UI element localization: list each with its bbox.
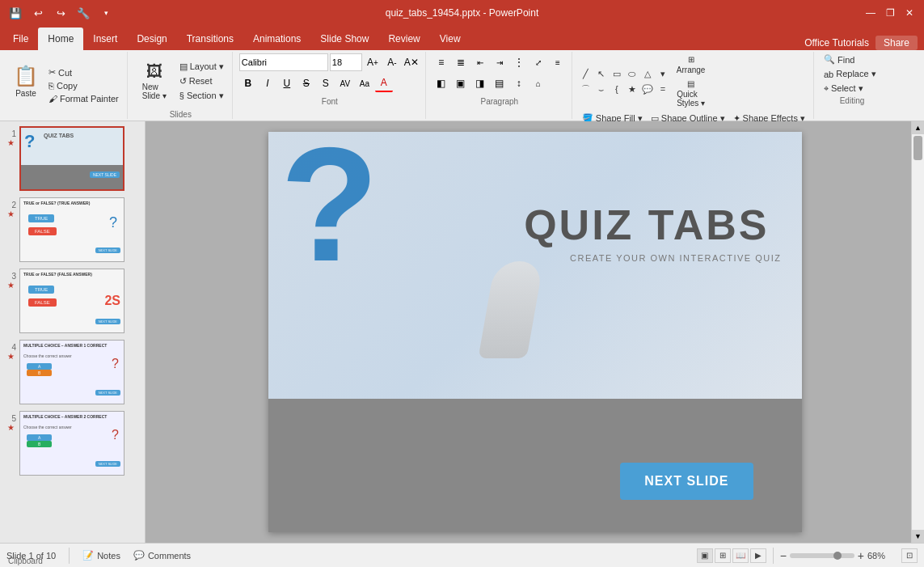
select-button[interactable]: ⌖Select ▾ [821,83,884,95]
tab-animations[interactable]: Animations [243,28,310,50]
decrease-font-button[interactable]: A- [383,53,401,71]
shape-rect[interactable]: ▭ [610,66,624,81]
shape-eq[interactable]: = [656,82,670,96]
paste-button[interactable]: 📋 Paste [8,53,44,108]
reset-button[interactable]: ↺Reset [176,75,227,87]
shape-line[interactable]: ╱ [579,66,593,81]
shape-more[interactable]: ▾ [656,66,670,81]
shape-triangle[interactable]: △ [640,66,655,81]
redo-icon[interactable]: ↪ [52,4,70,22]
dec-indent-button[interactable]: ⇤ [471,53,489,71]
canvas-scroll-up[interactable]: ▲ [912,121,924,134]
arrange-button[interactable]: ⊞ Arrange [675,53,707,76]
restore-button[interactable]: ❐ [882,5,898,21]
notes-button[interactable]: 📝 Notes [82,550,120,561]
slideshow-button[interactable]: ▶ [750,548,766,563]
zoom-thumb[interactable] [833,552,842,560]
slide-thumb-2[interactable]: 2 ★ TRUE or FALSE? (TRUE ANSWER) TRUE FA… [3,196,141,264]
normal-view-button[interactable]: ▣ [697,548,713,563]
comments-button[interactable]: 💬 Comments [133,550,191,561]
increase-font-button[interactable]: A+ [364,53,382,71]
font-name-input[interactable] [239,53,328,71]
tab-slideshow[interactable]: Slide Show [310,28,378,50]
line-spacing-button[interactable]: ↕ [510,74,528,92]
clipboard-group: 📋 Paste ✂Cut ⎘Copy 🖌Format Painter Clipb… [3,52,128,119]
format-painter-button[interactable]: 🖌Format Painter [45,93,122,104]
arrange-icon: ⊞ [688,55,694,64]
reset-icon: ↺ [179,76,187,87]
slide-sorter-button[interactable]: ⊞ [715,548,731,563]
font-format-row: B I U S S AV Aa A [239,74,420,92]
tab-insert[interactable]: Insert [83,28,127,50]
text-shadow-button[interactable]: S [317,74,335,92]
bullet-list-button[interactable]: ≡ [432,53,450,71]
italic-button[interactable]: I [259,74,276,92]
section-button[interactable]: §Section ▾ [176,90,227,102]
align-left-button[interactable]: ◧ [432,74,450,92]
font-color-button[interactable]: A [375,74,393,92]
view-buttons: ▣ ⊞ 📖 ▶ [697,548,766,563]
text-direction-button[interactable]: ⤢ [530,53,547,71]
reading-view-button[interactable]: 📖 [732,548,749,563]
minimize-button[interactable]: — [863,5,879,21]
zoom-out-button[interactable]: − [780,549,787,562]
zoom-level[interactable]: 68% [867,551,892,561]
shape-freeform[interactable]: ⌣ [594,82,609,96]
bold-button[interactable]: B [239,74,257,92]
replace-button[interactable]: abReplace ▾ [821,68,884,80]
canvas-scroll-down[interactable]: ▼ [912,530,924,543]
office-tutorials-link[interactable]: Office Tutorials [804,37,869,49]
shape-bracket[interactable]: { [610,82,624,96]
numbered-list-button[interactable]: ≣ [452,53,470,71]
strikethrough-button[interactable]: S [297,74,315,92]
canvas-scroll-thumb[interactable] [913,136,922,160]
underline-button[interactable]: U [278,74,296,92]
tab-view[interactable]: View [430,28,470,50]
fit-slide-button[interactable]: ⊡ [901,548,918,563]
find-button[interactable]: 🔍Find [821,53,884,66]
justify-button[interactable]: ▤ [491,74,508,92]
layout-button[interactable]: ▤Layout ▾ [176,61,227,73]
inc-indent-button[interactable]: ⇥ [491,53,508,71]
clear-format-button[interactable]: A✕ [403,53,420,71]
share-button[interactable]: Share [875,36,918,50]
zoom-slider[interactable] [790,553,854,558]
slide-thumbnail-2: TRUE or FALSE? (TRUE ANSWER) TRUE FALSE … [19,197,124,262]
shape-curve[interactable]: ⌒ [579,82,593,96]
slide-thumb-4[interactable]: 4 ★ MULTIPLE CHOICE – ANSWER 1 CORRECT C… [3,338,141,406]
smart-art-button[interactable]: ⌂ [530,74,547,92]
shape-arrow[interactable]: ↖ [594,66,609,81]
dropdown-icon[interactable]: ▾ [97,4,115,22]
shape-callout[interactable]: 💬 [640,82,655,96]
change-case-button[interactable]: Aa [356,74,373,92]
align-right-button[interactable]: ◨ [471,74,489,92]
editing-label: Editing [821,95,884,107]
close-button[interactable]: ✕ [901,5,918,21]
copy-button[interactable]: ⎘Copy [45,80,122,91]
new-slide-button[interactable]: 🖼 NewSlide ▾ [134,53,175,108]
shape-oval[interactable]: ⬭ [625,66,639,81]
slide-thumb-3[interactable]: 3 ★ TRUE or FALSE? (FALSE ANSWER) TRUE F… [3,267,141,335]
slide-thumb-1[interactable]: 1 ★ ? QUIZ TABS NEXT SLIDE [3,125,141,193]
align-type-button[interactable]: ≡ [549,53,567,71]
cut-button[interactable]: ✂Cut [45,66,122,78]
tab-home[interactable]: Home [38,28,83,50]
tab-review[interactable]: Review [378,28,429,50]
zoom-in-button[interactable]: + [858,549,864,562]
columns-button[interactable]: ⋮ [510,53,528,71]
next-slide-button[interactable]: NEXT SLIDE [620,463,753,500]
customize-icon[interactable]: 🔧 [74,4,92,22]
undo-icon[interactable]: ↩ [29,4,47,22]
char-spacing-button[interactable]: AV [336,74,354,92]
tab-design[interactable]: Design [127,28,176,50]
slide-canvas[interactable]: ? QUIZ TABS CREATE YOUR OWN INTERACTIVE … [268,132,802,532]
align-center-button[interactable]: ▣ [452,74,470,92]
tab-transitions[interactable]: Transitions [177,28,243,50]
tab-file[interactable]: File [3,28,38,50]
quick-styles-button[interactable]: ▤ QuickStyles ▾ [675,78,707,109]
copy-icon: ⎘ [49,81,54,91]
font-size-input[interactable] [330,53,362,71]
slide-thumb-5[interactable]: 5 ★ MULTIPLE CHOICE – ANSWER 2 CORRECT C… [3,409,141,477]
shape-star[interactable]: ★ [625,82,639,96]
save-icon[interactable]: 💾 [6,4,24,22]
